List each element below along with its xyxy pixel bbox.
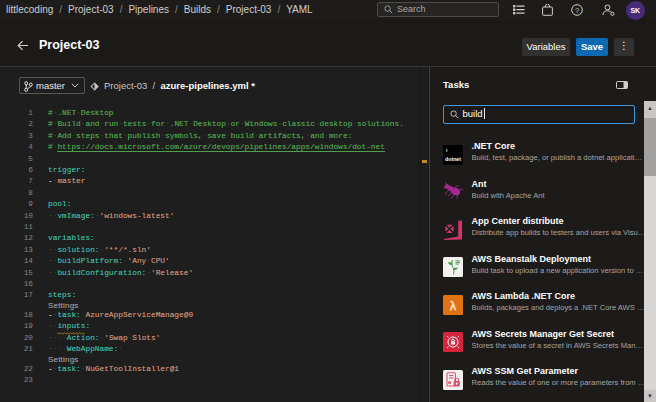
svg-text:dotnet: dotnet (445, 156, 461, 162)
svg-text:λ: λ (450, 298, 456, 312)
svg-text:?: ? (575, 6, 579, 15)
